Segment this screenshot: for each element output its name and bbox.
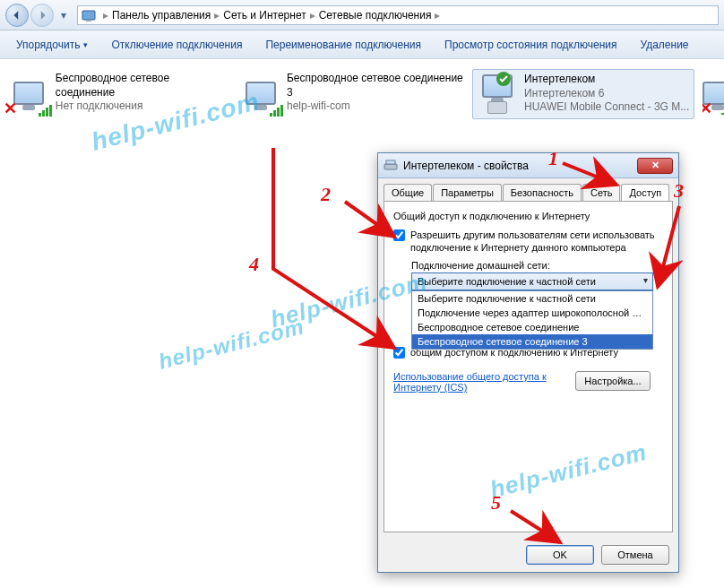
ics-link[interactable]: Использование общего доступа к Интернету…	[393, 371, 555, 393]
combo-option-highlighted[interactable]: Беспроводное сетевое соединение 3	[412, 334, 652, 349]
svg-rect-0	[82, 11, 95, 20]
group-title: Общий доступ к подключению к Интернету	[393, 211, 663, 221]
svg-rect-1	[86, 20, 91, 22]
tab-network[interactable]: Сеть	[582, 184, 620, 201]
check-icon	[496, 71, 512, 87]
connection-status: help-wifi-com	[287, 99, 464, 114]
nav-back-button[interactable]	[5, 4, 29, 27]
breadcrumb[interactable]: ▸ Панель управления ▸ Сеть и Интернет ▸ …	[77, 5, 719, 25]
watermark: help-wifi.com	[156, 314, 306, 374]
combo-option[interactable]: Выберите подключение к частной сети	[412, 291, 652, 306]
modem-icon	[384, 159, 398, 173]
allow-sharing-checkbox[interactable]	[393, 229, 405, 241]
home-network-label: Подключение домашней сети:	[411, 260, 663, 271]
tab-general[interactable]: Общие	[384, 184, 432, 201]
close-button[interactable]: ✕	[637, 158, 673, 174]
connection-item[interactable]: Беспроводное сетевое соединение 3 help-w…	[240, 72, 464, 115]
connections-area: ✕ Беспроводное сетевое соединение Нет по…	[0, 59, 724, 84]
tab-panel-access: Общий доступ к подключению к Интернету Р…	[384, 201, 673, 532]
disconnected-x-icon: ✕	[4, 99, 17, 118]
nav-forward-button[interactable]	[30, 4, 54, 27]
dialog-title: Интертелеком - свойства	[403, 160, 637, 172]
dialog-titlebar[interactable]: Интертелеком - свойства ✕	[378, 153, 678, 178]
connection-status: Нет подключения	[56, 99, 231, 114]
combo-option[interactable]: Подключение через адаптер широкополосной…	[412, 306, 652, 320]
allow-sharing-label: Разрешить другим пользователям сети испо…	[410, 229, 663, 255]
organize-button[interactable]: Упорядочить	[9, 35, 95, 55]
allow-control-checkbox[interactable]	[393, 347, 405, 359]
explorer-navbar: ▾ ▸ Панель управления ▸ Сеть и Интернет …	[0, 0, 724, 30]
combo-selected-text: Выберите подключение к частной сети	[418, 276, 596, 287]
wireless-icon: ✕	[7, 72, 50, 115]
disable-connection-button[interactable]: Отключение подключения	[104, 35, 249, 55]
breadcrumb-item[interactable]: Сетевые подключения	[319, 9, 432, 22]
nav-history-dropdown[interactable]: ▾	[57, 9, 70, 22]
connection-sub1: Интертелеком 6	[524, 87, 689, 101]
tab-access[interactable]: Доступ	[621, 184, 669, 201]
control-panel-icon	[82, 8, 96, 22]
tab-security[interactable]: Безопасность	[503, 184, 582, 201]
connection-title: Интертелеком	[524, 73, 689, 87]
connection-item-selected[interactable]: Интертелеком Интертелеком 6 HUAWEI Mobil…	[472, 69, 694, 119]
cancel-button[interactable]: Отмена	[601, 545, 669, 565]
svg-rect-4	[386, 160, 395, 164]
dialog-button-row: OK Отмена	[378, 538, 678, 572]
wireless-icon: ✕	[702, 72, 724, 115]
explorer-toolbar: Упорядочить Отключение подключения Переи…	[0, 30, 724, 59]
properties-dialog: Интертелеком - свойства ✕ Общие Параметр…	[377, 152, 679, 573]
breadcrumb-item[interactable]: Панель управления	[112, 9, 211, 22]
rename-connection-button[interactable]: Переименование подключения	[258, 35, 428, 55]
breadcrumb-item[interactable]: Сеть и Интернет	[223, 9, 306, 22]
settings-button[interactable]: Настройка...	[575, 371, 651, 391]
wireless-icon	[240, 72, 281, 115]
tab-params[interactable]: Параметры	[433, 184, 502, 201]
combo-option[interactable]: Беспроводное сетевое соединение	[412, 320, 652, 334]
svg-rect-3	[384, 164, 397, 169]
home-network-combo[interactable]: Выберите подключение к частной сети	[411, 272, 653, 290]
delete-connection-button[interactable]: Удаление	[634, 35, 696, 55]
disconnected-x-icon: ✕	[702, 99, 712, 115]
home-network-dropdown-list: Выберите подключение к частной сети Подк…	[411, 290, 653, 350]
modem-icon	[476, 73, 519, 116]
connection-item[interactable]: ✕	[702, 72, 724, 115]
tab-strip: Общие Параметры Безопасность Сеть Доступ	[378, 178, 678, 201]
connection-item[interactable]: ✕ Беспроводное сетевое соединение Нет по…	[7, 72, 231, 115]
status-connection-button[interactable]: Просмотр состояния подключения	[437, 35, 624, 55]
connection-title: Беспроводное сетевое соединение 3	[287, 72, 464, 99]
connection-sub2: HUAWEI Mobile Connect - 3G M...	[524, 100, 689, 115]
connection-title: Беспроводное сетевое соединение	[56, 72, 231, 99]
ok-button[interactable]: OK	[526, 545, 594, 565]
